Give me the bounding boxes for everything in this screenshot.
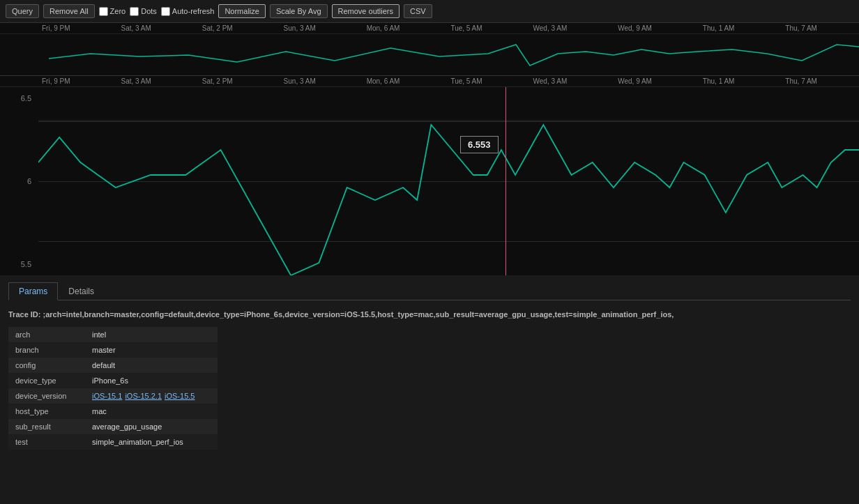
zero-checkbox-input[interactable] bbox=[99, 7, 108, 16]
overview-chart[interactable] bbox=[0, 34, 859, 76]
table-row: host_typemac bbox=[8, 404, 218, 419]
time-label: Mon, 6 AM bbox=[367, 24, 400, 32]
chart-container: Fri, 9 PMSat, 3 AMSat, 2 PMSun, 3 AMMon,… bbox=[0, 23, 859, 275]
csv-button[interactable]: CSV bbox=[404, 4, 432, 18]
time-label: Sat, 3 AM bbox=[121, 77, 151, 85]
time-label: Tue, 5 AM bbox=[450, 77, 482, 85]
query-button[interactable]: Query bbox=[6, 4, 39, 18]
version-link[interactable]: iOS-15.2.1 bbox=[125, 392, 162, 400]
param-key: arch bbox=[8, 327, 85, 342]
time-label: Sat, 2 PM bbox=[202, 24, 233, 32]
time-label: Thu, 1 AM bbox=[703, 24, 735, 32]
dots-checkbox[interactable]: Dots bbox=[130, 7, 157, 16]
version-link[interactable]: iOS-15.1 bbox=[92, 392, 122, 400]
table-row: device_typeiPhone_6s bbox=[8, 373, 218, 388]
remove-outliers-button[interactable]: Remove outliers bbox=[332, 4, 400, 18]
time-label: Wed, 3 AM bbox=[533, 24, 568, 32]
time-axis-main: Fri, 9 PMSat, 3 AMSat, 2 PMSun, 3 AMMon,… bbox=[0, 76, 859, 87]
param-key: sub_result bbox=[8, 419, 85, 434]
trace-id-value: ;arch=intel,branch=master,config=default… bbox=[43, 310, 674, 319]
auto-refresh-checkbox-input[interactable] bbox=[161, 7, 170, 16]
param-key: device_type bbox=[8, 373, 85, 388]
table-row: testsimple_animation_perf_ios bbox=[8, 434, 218, 450]
tabs: Params Details bbox=[8, 282, 851, 300]
tab-params[interactable]: Params bbox=[8, 282, 58, 300]
param-value: master bbox=[85, 342, 218, 358]
bottom-panel: Params Details Trace ID: ;arch=intel,bra… bbox=[0, 275, 859, 457]
time-label: Thu, 1 AM bbox=[703, 77, 735, 85]
time-label: Thu, 7 AM bbox=[785, 24, 817, 32]
zero-checkbox[interactable]: Zero bbox=[99, 7, 126, 16]
time-label: Wed, 9 AM bbox=[618, 77, 652, 85]
time-label: Fri, 9 PM bbox=[42, 77, 70, 85]
time-label: Mon, 6 AM bbox=[367, 77, 400, 85]
dots-checkbox-input[interactable] bbox=[130, 7, 139, 16]
param-value: mac bbox=[85, 404, 218, 419]
scale-by-avg-button[interactable]: Scale By Avg bbox=[270, 4, 328, 18]
normalize-button[interactable]: Normalize bbox=[218, 4, 266, 18]
auto-refresh-checkbox[interactable]: Auto-refresh bbox=[161, 7, 215, 16]
y-label-top: 6.5 bbox=[3, 94, 36, 102]
table-row: branchmaster bbox=[8, 342, 218, 358]
trace-id: Trace ID: ;arch=intel,branch=master,conf… bbox=[8, 310, 851, 319]
y-axis: 6.5 6 5.5 bbox=[0, 87, 38, 275]
version-link[interactable]: iOS-15.5 bbox=[165, 392, 195, 400]
trace-id-label: Trace ID: bbox=[8, 310, 40, 319]
param-value: iOS-15.1iOS-15.2.1iOS-15.5 bbox=[85, 388, 218, 404]
time-label: Fri, 9 PM bbox=[42, 24, 70, 32]
y-label-mid: 6 bbox=[3, 177, 36, 185]
time-label: Sat, 2 PM bbox=[202, 77, 233, 85]
param-key: config bbox=[8, 358, 85, 373]
cursor-line bbox=[505, 87, 506, 275]
param-value: simple_animation_perf_ios bbox=[85, 434, 218, 450]
param-key: test bbox=[8, 434, 85, 450]
table-row: device_versioniOS-15.1iOS-15.2.1iOS-15.5 bbox=[8, 388, 218, 404]
table-row: sub_resultaverage_gpu_usage bbox=[8, 419, 218, 434]
time-label: Tue, 5 AM bbox=[450, 24, 482, 32]
time-label: Sun, 3 AM bbox=[284, 77, 316, 85]
param-value: iPhone_6s bbox=[85, 373, 218, 388]
main-chart[interactable]: 6.5 6 5.5 6.553 bbox=[0, 87, 859, 275]
overview-svg bbox=[0, 34, 859, 76]
time-label: Sat, 3 AM bbox=[121, 24, 151, 32]
main-chart-svg bbox=[38, 87, 859, 275]
param-value: intel bbox=[85, 327, 218, 342]
time-label: Wed, 9 AM bbox=[618, 24, 652, 32]
time-label: Thu, 7 AM bbox=[785, 77, 817, 85]
time-label: Sun, 3 AM bbox=[284, 24, 316, 32]
remove-all-button[interactable]: Remove All bbox=[43, 4, 95, 18]
table-row: configdefault bbox=[8, 358, 218, 373]
time-label: Wed, 3 AM bbox=[533, 77, 568, 85]
param-key: host_type bbox=[8, 404, 85, 419]
param-key: device_version bbox=[8, 388, 85, 404]
param-key: branch bbox=[8, 342, 85, 358]
param-value: default bbox=[85, 358, 218, 373]
tab-details[interactable]: Details bbox=[58, 282, 105, 300]
params-table: archintelbranchmasterconfigdefaultdevice… bbox=[8, 327, 218, 450]
time-axis-top: Fri, 9 PMSat, 3 AMSat, 2 PMSun, 3 AMMon,… bbox=[0, 23, 859, 34]
param-value: average_gpu_usage bbox=[85, 419, 218, 434]
table-row: archintel bbox=[8, 327, 218, 342]
toolbar: Query Remove All Zero Dots Auto-refresh … bbox=[0, 0, 859, 23]
y-label-bot: 5.5 bbox=[3, 260, 36, 268]
